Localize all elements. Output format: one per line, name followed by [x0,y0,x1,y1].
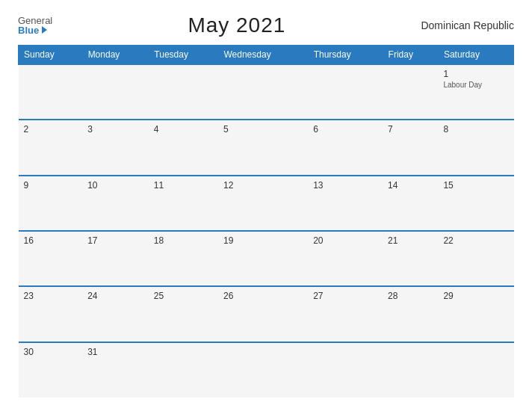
table-row: 27 [308,286,383,342]
country-label: Dominican Republic [421,19,514,31]
table-row [383,64,438,120]
day-number: 28 [388,291,433,301]
table-row [218,342,308,398]
calendar-week-row: 1Labour Day [19,64,514,120]
table-row: 23 [19,286,83,342]
logo-blue-text: Blue [18,25,47,35]
table-row: 6 [308,120,383,175]
table-row: 28 [383,286,438,342]
table-row: 3 [82,120,149,175]
table-row: 2 [19,120,83,175]
table-row [82,64,149,120]
day-number: 15 [443,180,508,191]
table-row: 17 [82,231,149,286]
table-row [383,342,438,398]
day-number: 9 [24,180,78,191]
table-row: 5 [218,120,308,175]
table-row: 31 [82,342,149,398]
table-row [218,64,308,120]
table-row: 1Labour Day [438,64,513,120]
day-number: 22 [443,235,508,246]
day-event: Labour Day [443,81,508,89]
col-sunday: Sunday [19,46,83,65]
table-row: 9 [19,176,83,231]
table-row [308,64,383,120]
day-number: 23 [24,291,78,301]
day-number: 17 [87,235,143,246]
day-number: 1 [443,69,508,79]
table-row: 22 [438,231,513,286]
day-number: 25 [154,291,213,301]
day-number: 8 [443,124,508,135]
calendar-title: May 2021 [188,13,285,37]
day-number: 30 [24,347,78,357]
table-row: 29 [438,286,513,342]
col-tuesday: Tuesday [149,46,218,65]
day-number: 24 [87,291,143,301]
table-row: 8 [438,120,513,175]
table-row [19,64,83,120]
calendar-page: General Blue May 2021 Dominican Republic… [0,0,532,411]
table-row [149,64,218,120]
calendar-week-row: 16171819202122 [19,231,514,286]
day-number: 21 [388,235,433,246]
col-monday: Monday [82,46,149,65]
calendar-week-row: 23242526272829 [19,286,514,342]
day-number: 4 [154,124,213,135]
day-number: 6 [313,124,377,135]
calendar-table: Sunday Monday Tuesday Wednesday Thursday… [18,45,514,398]
day-number: 5 [223,124,303,135]
table-row [149,342,218,398]
day-number: 19 [223,235,303,246]
day-number: 29 [443,291,508,301]
table-row: 24 [82,286,149,342]
header: General Blue May 2021 Dominican Republic [18,13,514,37]
calendar-week-row: 3031 [19,342,514,398]
table-row: 18 [149,231,218,286]
col-thursday: Thursday [308,46,383,65]
table-row: 4 [149,120,218,175]
table-row [308,342,383,398]
col-saturday: Saturday [438,46,513,65]
day-number: 18 [154,235,213,246]
table-row: 12 [218,176,308,231]
table-row: 13 [308,176,383,231]
table-row: 25 [149,286,218,342]
day-number: 3 [87,124,143,135]
table-row: 21 [383,231,438,286]
day-number: 31 [87,347,143,357]
day-number: 11 [154,180,213,191]
table-row: 14 [383,176,438,231]
day-number: 14 [388,180,433,191]
calendar-week-row: 2345678 [19,120,514,175]
day-number: 10 [87,180,143,191]
col-wednesday: Wednesday [218,46,308,65]
table-row [438,342,513,398]
day-number: 16 [24,235,78,246]
calendar-week-row: 9101112131415 [19,176,514,231]
table-row: 19 [218,231,308,286]
table-row: 7 [383,120,438,175]
day-number: 20 [313,235,377,246]
day-number: 7 [388,124,433,135]
day-number: 13 [313,180,377,191]
day-number: 12 [223,180,303,191]
table-row: 10 [82,176,149,231]
table-row: 30 [19,342,83,398]
logo-triangle-icon [42,26,47,34]
calendar-header-row: Sunday Monday Tuesday Wednesday Thursday… [19,46,514,65]
day-number: 26 [223,291,303,301]
table-row: 26 [218,286,308,342]
day-number: 27 [313,291,377,301]
table-row: 11 [149,176,218,231]
col-friday: Friday [383,46,438,65]
table-row: 16 [19,231,83,286]
logo: General Blue [18,16,52,35]
table-row: 15 [438,176,513,231]
table-row: 20 [308,231,383,286]
day-number: 2 [24,124,78,135]
